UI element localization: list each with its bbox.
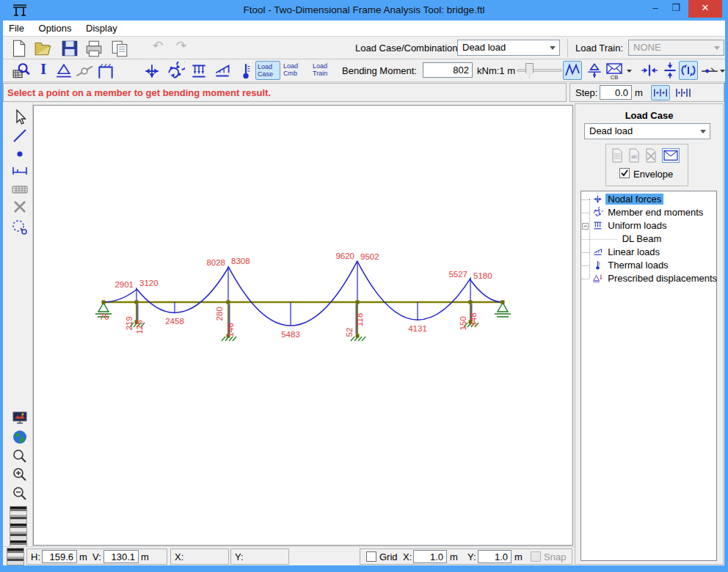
- attributes-zoom-icon[interactable]: [12, 62, 31, 81]
- new-file-icon[interactable]: [9, 39, 28, 58]
- zoom-window-icon[interactable]: [10, 447, 29, 465]
- redo-icon[interactable]: ↷: [176, 38, 195, 57]
- menu-file[interactable]: File: [3, 21, 30, 37]
- section-properties-icon[interactable]: I: [34, 60, 53, 79]
- model-canvas[interactable]: 2901 3120 8028 8308 9620 9502 5527 5180 …: [33, 105, 573, 546]
- grid-x-label: X:: [403, 551, 412, 562]
- pier4-left-moment: 5527: [448, 270, 467, 279]
- cursor-y-readout: Y:: [230, 549, 289, 565]
- tree-item-thermal-loads[interactable]: Thermal loads: [582, 260, 671, 273]
- select-tool-icon[interactable]: [10, 109, 29, 126]
- scale-x-toggle[interactable]: [640, 61, 659, 80]
- scale-y-toggle[interactable]: [660, 61, 680, 80]
- envelope-cb-toggle[interactable]: CB: [605, 61, 624, 80]
- load-case-mode-button[interactable]: Load Case: [255, 61, 280, 80]
- node-markers[interactable]: [102, 301, 505, 338]
- left-support-moment: 76: [100, 312, 109, 321]
- pier3-column-right: 118: [355, 313, 364, 326]
- bending-moment-input[interactable]: [423, 62, 473, 78]
- uniform-loads-icon[interactable]: [189, 62, 208, 81]
- tree-item-nodal-forces[interactable]: Nodal forces: [582, 194, 663, 207]
- window-title: Ftool - Two-Dimensional Frame Analysis T…: [0, 4, 728, 15]
- maximize-button[interactable]: ❐: [666, 0, 685, 18]
- undo-icon[interactable]: ↶: [153, 38, 172, 57]
- pier4-right-moment: 5180: [473, 271, 492, 280]
- member-tool-icon[interactable]: [10, 127, 29, 144]
- pier4-column-right: 348: [469, 312, 478, 326]
- v-input[interactable]: [103, 550, 139, 563]
- results-toolbar: I Load: [3, 59, 725, 82]
- pier2-column-right: 146: [226, 323, 235, 337]
- frame-pattern-icon[interactable]: [96, 62, 115, 81]
- nodal-forces-icon: [592, 194, 603, 205]
- grid-label[interactable]: Grid: [379, 551, 398, 562]
- menu-display[interactable]: Display: [80, 21, 123, 37]
- step-uniform-icon[interactable]: [651, 85, 670, 100]
- scale-slider-handle[interactable]: [525, 63, 534, 78]
- pier3-column-left: 52: [345, 328, 354, 337]
- grid-y-label: Y:: [467, 551, 476, 562]
- envelope-case-icon[interactable]: [662, 148, 680, 163]
- envelope-cb-caret-icon[interactable]: [626, 69, 633, 73]
- scale-slider-track[interactable]: [517, 69, 562, 72]
- dimension-tool-icon[interactable]: [10, 163, 29, 180]
- load-train-value: NONE: [633, 42, 661, 53]
- result-mode-caret-icon[interactable]: [719, 69, 726, 73]
- tree-item-linear-loads[interactable]: Linear loads: [582, 246, 662, 260]
- node-tool-icon[interactable]: [10, 145, 29, 163]
- grid-y-input[interactable]: [478, 550, 512, 563]
- transform-tool-icon[interactable]: [10, 219, 29, 236]
- member-end-moments-icon: [592, 207, 603, 218]
- tree-label: Member end moments: [605, 207, 705, 218]
- world-view-icon[interactable]: [10, 428, 29, 446]
- zoom-in-icon[interactable]: [10, 466, 29, 483]
- keyboard-tool-icon[interactable]: [10, 180, 29, 198]
- member-end-moments-icon[interactable]: [166, 62, 185, 81]
- h-label: H:: [31, 551, 40, 562]
- load-cmb-mode-button[interactable]: Load Cmb: [282, 61, 307, 80]
- pier4-column-left: 150: [459, 316, 467, 330]
- result-on-member-toggle[interactable]: [700, 61, 719, 80]
- svg-text:ab: ab: [631, 154, 637, 159]
- tree-item-uniform-loads[interactable]: − Uniform loads: [582, 220, 669, 233]
- save-file-icon[interactable]: [60, 39, 79, 58]
- tree-expander-minus[interactable]: −: [582, 223, 589, 230]
- load-case-combination-select[interactable]: Dead load: [457, 40, 560, 56]
- new-case-icon: [611, 148, 624, 163]
- zoom-out-icon[interactable]: [10, 485, 29, 502]
- load-train-mode-line2: Train: [313, 70, 336, 77]
- tree-item-dl-beam[interactable]: DL Beam: [582, 233, 663, 246]
- menu-options[interactable]: Options: [33, 21, 78, 37]
- grid-checkbox[interactable]: [366, 551, 376, 562]
- step-input[interactable]: [600, 85, 632, 100]
- linear-loads-icon[interactable]: [213, 62, 232, 81]
- toolbar-separator: [567, 39, 568, 57]
- envelope-checkbox-label[interactable]: Envelope: [633, 169, 673, 180]
- load-case-mode-line1: Load: [258, 63, 280, 70]
- tree-item-member-end-moments[interactable]: Member end moments: [582, 207, 705, 220]
- print-icon[interactable]: [84, 39, 103, 58]
- open-file-icon[interactable]: [34, 39, 53, 58]
- fit-view-icon[interactable]: [10, 409, 29, 427]
- pier1-column-left: 219: [125, 316, 134, 330]
- thermal-loads-icon: [592, 260, 603, 271]
- envelope-checkbox[interactable]: [619, 168, 630, 178]
- step-extremes-icon[interactable]: [674, 85, 694, 100]
- grid-x-input[interactable]: [413, 550, 447, 563]
- load-train-mode-button[interactable]: Load Train: [311, 61, 336, 80]
- display-diagram-toggle[interactable]: [563, 61, 582, 80]
- tree-item-prescribed-displacements[interactable]: Prescribed displacements: [582, 273, 719, 286]
- hinge-icon[interactable]: [75, 62, 94, 81]
- copy-icon[interactable]: [110, 39, 129, 58]
- load-case-select[interactable]: Dead load: [584, 123, 710, 139]
- close-button[interactable]: ✕: [688, 0, 722, 18]
- rotate-diagram-toggle[interactable]: [679, 61, 698, 80]
- minimize-button[interactable]: –: [646, 0, 665, 18]
- support-conditions-icon[interactable]: [54, 62, 73, 81]
- nodal-forces-icon[interactable]: [142, 62, 161, 81]
- snap-checkbox: [531, 551, 541, 562]
- display-reactions-toggle[interactable]: [585, 61, 604, 80]
- h-input[interactable]: [42, 550, 77, 563]
- delete-tool-icon[interactable]: [10, 198, 29, 216]
- thermal-loads-icon[interactable]: [236, 62, 255, 81]
